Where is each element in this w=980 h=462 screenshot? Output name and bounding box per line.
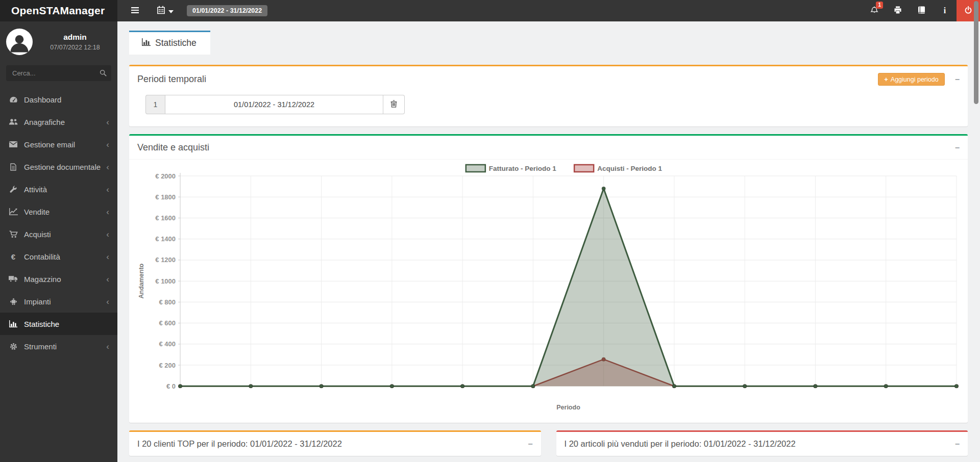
chevron-left-icon: ‹ [106,275,109,284]
sidebar-item-anagrafiche[interactable]: Anagrafiche‹ [0,111,117,133]
search-icon [100,70,107,78]
cart-icon [8,230,18,238]
chevron-left-icon: ‹ [106,208,109,216]
sidebar-item-label: Dashboard [24,95,61,104]
print-button[interactable] [886,0,910,21]
svg-text:€ 1600: € 1600 [155,214,176,222]
users-icon [8,118,18,125]
chevron-left-icon: ‹ [106,342,109,351]
sidebar-item-label: Acquisti [24,230,51,239]
top-clients-collapse-button[interactable]: − [528,440,532,448]
sidebar-item-label: Anagrafiche [24,118,65,126]
top-navbar: OpenSTAManager 01/01/2022 - 31/12/2022 1… [0,0,980,21]
sidebar-item-strumenti[interactable]: Strumenti‹ [0,335,117,357]
add-period-button[interactable]: + Aggiungi periodo [878,73,944,86]
sales-collapse-button[interactable]: − [955,144,960,152]
printer-icon [894,6,902,15]
chevron-left-icon: ‹ [106,163,109,171]
euro-icon: € [8,253,18,261]
login-datetime: 07/07/2022 12:18 [39,44,111,51]
tab-label: Statistiche [155,38,197,48]
sidebar: admin 07/07/2022 12:18 DashboardAnagrafi… [0,21,117,462]
calendar-menu-button[interactable] [150,0,181,21]
period-row: 1 [145,95,405,114]
sidebar-item-statistiche[interactable]: Statistiche [0,313,117,335]
tachometer-icon [8,96,18,104]
svg-text:€ 1800: € 1800 [155,193,176,201]
chevron-left-icon: ‹ [106,252,109,261]
info-button[interactable]: i [933,0,957,21]
svg-text:€ 1000: € 1000 [155,277,176,285]
sidebar-search [6,65,111,81]
period-daterange-input[interactable] [165,95,383,114]
tab-statistiche[interactable]: Statistiche [129,31,210,55]
top-clients-panel: I 20 clienti TOP per il periodo: 01/01/2… [129,430,541,456]
brand-logo[interactable]: OpenSTAManager [0,0,117,21]
notification-badge: 1 [876,2,883,9]
periods-panel: Periodi temporali + Aggiungi periodo − 1 [129,65,968,126]
svg-text:Fatturato - Periodo 1: Fatturato - Periodo 1 [489,165,556,172]
sidebar-item-label: Statistiche [24,320,59,328]
bar-chart-icon [142,38,151,48]
chevron-left-icon: ‹ [106,230,109,239]
sidebar-toggle-button[interactable] [124,0,146,21]
svg-text:Acquisti - Periodo 1: Acquisti - Periodo 1 [597,165,662,172]
notifications-button[interactable]: 1 [863,0,886,21]
bar-chart-icon [8,320,18,327]
sidebar-item-gestione-email[interactable]: Gestione email‹ [0,133,117,156]
sidebar-item-label: Contabilità [24,252,60,261]
user-name: admin [39,33,111,42]
svg-text:€ 200: € 200 [159,362,176,369]
top-articles-collapse-button[interactable]: − [955,440,960,448]
manual-button[interactable] [910,0,933,21]
top-articles-panel: I 20 articoli più venduti per il periodo… [556,430,968,456]
sidebar-item-attivita[interactable]: Attività‹ [0,178,117,200]
wrench-icon [8,186,18,193]
sidebar-item-vendite[interactable]: Vendite‹ [0,200,117,223]
sidebar-item-label: Gestione email [24,140,75,149]
main-content: Statistiche Periodi temporali + Aggiungi… [117,21,980,462]
robot-icon [8,298,18,305]
calendar-icon [157,6,165,16]
sidebar-item-contabilita[interactable]: €Contabilità‹ [0,245,117,268]
sidebar-item-gestione-documentale[interactable]: Gestione documentale‹ [0,156,117,178]
sidebar-item-label: Vendite [24,208,50,216]
user-icon [8,32,31,55]
svg-text:€ 1200: € 1200 [155,256,176,264]
sales-area-chart[interactable]: € 0€ 200€ 400€ 600€ 800€ 1000€ 1200€ 140… [135,164,962,419]
search-submit-button[interactable] [98,68,108,80]
search-input[interactable] [6,65,111,81]
delete-period-button[interactable] [383,95,405,114]
page-scrollbar[interactable] [974,1,978,104]
gear-icon [8,343,18,350]
sidebar-item-label: Gestione documentale [24,163,101,171]
sidebar-item-label: Impianti [24,297,51,306]
trash-icon [390,100,397,109]
periods-collapse-button[interactable]: − [955,75,960,84]
chevron-down-icon [168,7,174,15]
power-icon [964,6,972,16]
chart-line-icon [8,208,18,215]
date-range-badge[interactable]: 01/01/2022 - 31/12/2022 [187,5,267,16]
hamburger-icon [131,7,139,15]
sidebar-item-label: Attività [24,185,47,194]
sales-chart: € 0€ 200€ 400€ 600€ 800€ 1000€ 1200€ 140… [129,160,968,423]
svg-text:€ 0: € 0 [166,382,176,390]
chevron-left-icon: ‹ [106,118,109,126]
navbar-tools: 1i [863,0,980,21]
top-articles-title: I 20 articoli più venduti per il periodo… [565,439,796,449]
document-icon [8,163,18,171]
svg-text:€ 400: € 400 [159,340,176,348]
truck-icon [8,275,18,283]
plus-icon: + [884,75,888,83]
sidebar-item-acquisti[interactable]: Acquisti‹ [0,223,117,245]
avatar[interactable] [6,29,33,55]
sidebar-item-label: Strumenti [24,342,57,351]
user-panel: admin 07/07/2022 12:18 [0,21,117,60]
sidebar-item-dashboard[interactable]: Dashboard [0,88,117,111]
period-index: 1 [145,95,165,114]
sidebar-item-impianti[interactable]: Impianti‹ [0,290,117,313]
sidebar-item-magazzino[interactable]: Magazzino‹ [0,268,117,290]
sales-chart-panel: Vendite e acquisti − € 0€ 200€ 400€ 600€… [129,134,968,423]
add-period-label: Aggiungi periodo [891,76,939,83]
